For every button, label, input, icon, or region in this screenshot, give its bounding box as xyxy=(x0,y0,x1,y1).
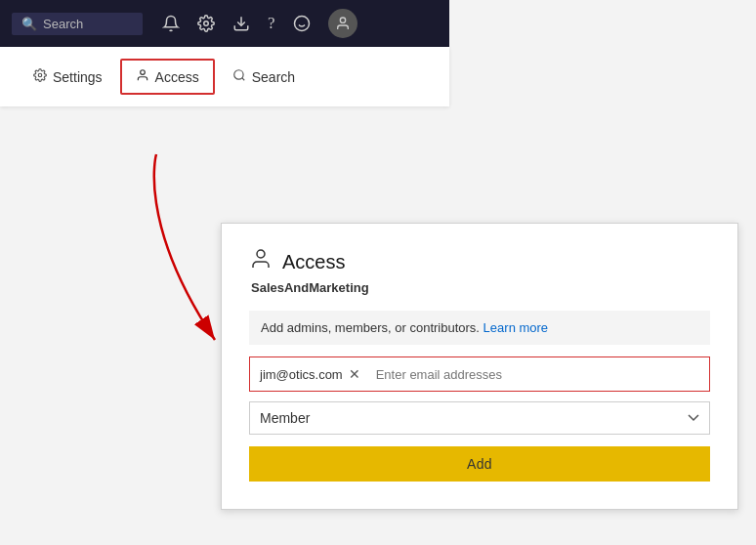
email-input[interactable] xyxy=(368,363,709,386)
role-dropdown[interactable]: Member Admin Contributor xyxy=(249,401,710,435)
email-tag-close-button[interactable]: ✕ xyxy=(347,366,362,382)
help-icon[interactable]: ? xyxy=(268,14,275,33)
search-tab-label: Search xyxy=(252,69,295,85)
dialog-title-row: Access xyxy=(249,247,710,276)
dialog-description: Add admins, members, or contributors. Le… xyxy=(249,311,710,345)
svg-point-6 xyxy=(38,73,42,77)
search-box-label: Search xyxy=(43,17,83,31)
svg-point-7 xyxy=(140,70,145,75)
svg-point-11 xyxy=(257,250,265,258)
dialog-description-text: Add admins, members, or contributors. xyxy=(261,320,480,335)
email-tag-value: jim@otics.com xyxy=(260,367,343,382)
nav-tabs: Settings Access Search xyxy=(20,59,430,95)
download-icon[interactable] xyxy=(232,15,250,32)
dialog-title: Access xyxy=(282,251,345,273)
search-tab[interactable]: Search xyxy=(219,61,309,93)
user-avatar[interactable] xyxy=(328,9,357,38)
dialog-title-icon xyxy=(249,247,273,276)
search-box[interactable]: 🔍 Search xyxy=(12,13,143,35)
settings-tab[interactable]: Settings xyxy=(20,61,116,93)
dialog-subtitle: SalesAndMarketing xyxy=(251,280,710,295)
access-tab-label: Access xyxy=(155,69,199,85)
add-button[interactable]: Add xyxy=(249,446,710,482)
top-panel: Settings Access Search xyxy=(0,47,449,106)
access-tab[interactable]: Access xyxy=(120,59,215,95)
access-dialog: Access SalesAndMarketing Add admins, mem… xyxy=(221,223,738,510)
gear-icon[interactable] xyxy=(197,15,215,32)
access-tab-icon xyxy=(136,68,149,85)
bell-icon[interactable] xyxy=(162,15,180,32)
settings-tab-icon xyxy=(33,68,47,85)
email-input-row[interactable]: jim@otics.com ✕ xyxy=(249,356,710,392)
search-tab-icon xyxy=(232,68,246,85)
smiley-icon[interactable] xyxy=(293,15,311,32)
svg-point-0 xyxy=(204,21,209,26)
email-tag: jim@otics.com ✕ xyxy=(250,362,368,386)
topbar: 🔍 Search ? xyxy=(0,0,449,47)
topbar-icons: ? xyxy=(162,9,357,38)
learn-more-link[interactable]: Learn more xyxy=(483,320,548,335)
settings-tab-label: Settings xyxy=(53,69,103,85)
svg-line-9 xyxy=(241,78,244,81)
svg-point-5 xyxy=(340,18,345,22)
svg-point-8 xyxy=(233,70,242,79)
search-icon: 🔍 xyxy=(21,17,37,31)
svg-point-2 xyxy=(294,17,309,31)
